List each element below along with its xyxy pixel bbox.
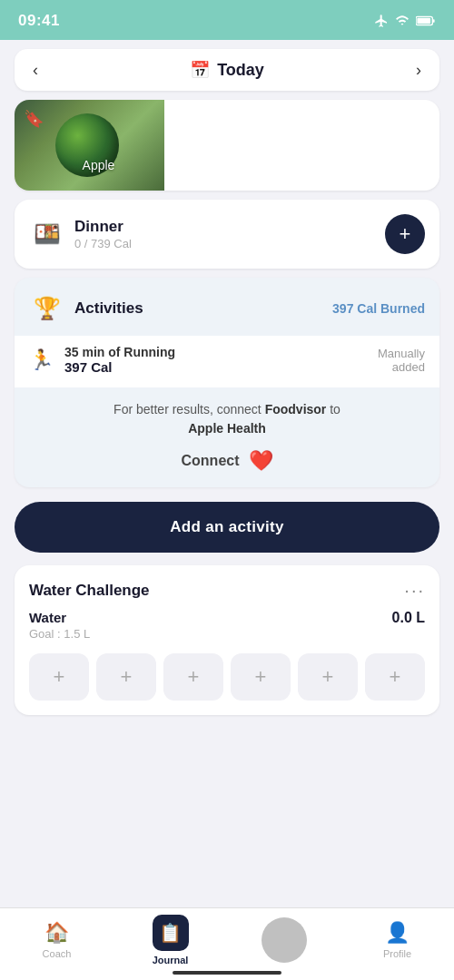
coach-label: Coach [43, 948, 72, 959]
apple-label: Apple [24, 158, 173, 172]
apple-food-card[interactable]: 🔖 Apple [15, 100, 439, 191]
coach-icon: 🏠 [44, 921, 69, 945]
dinner-icon: 🍱 [29, 216, 65, 252]
bookmark-icon: 🔖 [24, 109, 44, 129]
prev-date-button[interactable]: ‹ [33, 61, 38, 80]
dinner-title: Dinner [74, 218, 132, 236]
apple-image: 🔖 [15, 100, 164, 191]
tab-center-camera[interactable] [227, 917, 340, 963]
svg-rect-1 [417, 18, 430, 24]
date-nav-center: 📅 Today [190, 60, 264, 80]
more-options-button[interactable]: ··· [404, 580, 425, 601]
calories-burned: 397 Cal Burned [332, 301, 425, 316]
connect-section: For better results, connect Foodvisor to… [29, 387, 425, 487]
water-info-row: Water Goal : 1.5 L 0.0 L [29, 610, 425, 641]
journal-label: Journal [153, 955, 189, 965]
date-title: Today [217, 61, 264, 80]
calendar-icon: 📅 [190, 60, 210, 80]
tab-coach[interactable]: 🏠 Coach [0, 921, 114, 959]
tab-profile[interactable]: 👤 Profile [340, 921, 454, 959]
water-goal: Goal : 1.5 L [29, 627, 90, 641]
camera-button[interactable] [262, 917, 307, 963]
running-icon: 🏃 [29, 348, 54, 372]
activity-left: 🏃 35 min of Running 397 Cal [29, 345, 175, 375]
water-left: Water Goal : 1.5 L [29, 610, 90, 641]
airplane-icon [374, 14, 389, 28]
water-glasses: + + + + + + [29, 653, 425, 701]
profile-icon: 👤 [385, 921, 410, 945]
manually-added-label: Manuallyadded [378, 347, 425, 374]
home-bar [173, 971, 281, 975]
dinner-add-button[interactable]: + [385, 214, 425, 254]
svg-rect-2 [433, 19, 435, 23]
activities-left: 🏆 Activities [29, 290, 143, 327]
activity-name: 35 min of Running [64, 345, 175, 359]
platform-name: Apple Health [188, 421, 266, 436]
next-date-button[interactable]: › [416, 61, 421, 80]
activities-card: 🏆 Activities 397 Cal Burned 🏃 35 min of … [15, 278, 439, 487]
glass-btn-4[interactable]: + [231, 653, 291, 701]
wifi-icon [394, 14, 410, 28]
dinner-left: 🍱 Dinner 0 / 739 Cal [29, 216, 132, 252]
activity-info: 35 min of Running 397 Cal [64, 345, 175, 375]
battery-icon [416, 15, 436, 26]
status-icons [374, 14, 436, 28]
activity-type: of Running [108, 345, 175, 359]
profile-label: Profile [383, 948, 411, 959]
glass-btn-3[interactable]: + [163, 653, 223, 701]
activity-row[interactable]: 🏃 35 min of Running 397 Cal Manuallyadde… [15, 336, 439, 387]
connect-btn-row: Connect ❤️ [44, 449, 410, 473]
activity-calories: 397 Cal [64, 359, 175, 375]
water-title: Water Challenge [29, 582, 150, 600]
glass-btn-6[interactable]: + [365, 653, 425, 701]
journal-icon: 📋 [153, 915, 189, 951]
activities-header: 🏆 Activities 397 Cal Burned [15, 278, 439, 336]
tab-bar: 🏠 Coach 📋 Journal 👤 Profile [0, 907, 454, 980]
add-activity-button[interactable]: Add an activity [15, 502, 439, 553]
activity-duration: 35 min [64, 345, 104, 359]
glass-btn-2[interactable]: + [96, 653, 156, 701]
status-bar: 09:41 [0, 0, 454, 40]
dinner-header: 🍱 Dinner 0 / 739 Cal + [29, 214, 425, 254]
dinner-info: Dinner 0 / 739 Cal [74, 218, 132, 250]
water-label: Water [29, 610, 90, 625]
phone-container: 09:41 ‹ 📅 Today › 🔖 Apple [0, 0, 454, 980]
date-nav: ‹ 📅 Today › [15, 49, 439, 91]
scroll-area: ‹ 📅 Today › 🔖 Apple 🍱 Dinner 0 / 739 Cal [0, 40, 454, 980]
water-amount: 0.0 L [392, 610, 425, 626]
dinner-card: 🍱 Dinner 0 / 739 Cal + [15, 200, 439, 269]
dinner-calories: 0 / 739 Cal [74, 237, 132, 250]
trophy-icon: 🏆 [29, 290, 65, 327]
connect-text: For better results, connect Foodvisor to… [44, 400, 410, 438]
water-challenge-card: Water Challenge ··· Water Goal : 1.5 L 0… [15, 565, 439, 715]
glass-btn-5[interactable]: + [298, 653, 358, 701]
connect-label[interactable]: Connect [182, 453, 240, 469]
heart-icon: ❤️ [249, 449, 273, 473]
glass-btn-1[interactable]: + [29, 653, 89, 701]
tab-journal[interactable]: 📋 Journal [114, 915, 227, 965]
activities-title: Activities [74, 299, 143, 318]
status-time: 09:41 [18, 12, 60, 30]
app-name: Foodvisor [265, 402, 327, 416]
water-header: Water Challenge ··· [29, 580, 425, 601]
